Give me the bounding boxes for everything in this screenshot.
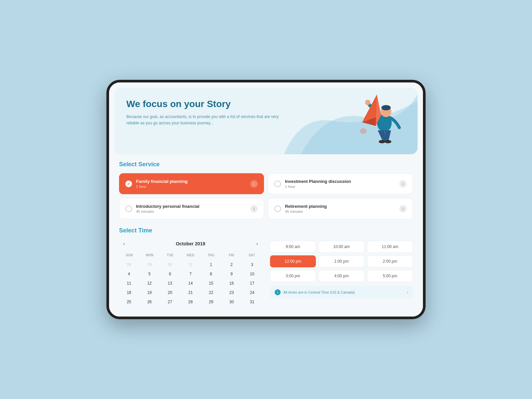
- service-duration: 1 hour: [136, 185, 246, 189]
- hero-subtitle: Because our goal, as accountants, is to …: [126, 114, 280, 126]
- calendar-nav: ‹ October 2019 ›: [119, 239, 262, 248]
- calendar-day[interactable]: 12: [140, 279, 160, 288]
- time-slots-section: 9:00 am10:00 am11:00 am12:00 pm1:00 pm2:…: [270, 239, 413, 306]
- calendar-day[interactable]: 1: [201, 260, 221, 269]
- time-slot[interactable]: 12:00 pm: [270, 255, 316, 267]
- calendar-day[interactable]: 24: [242, 288, 262, 297]
- calendar-day[interactable]: 11: [119, 279, 139, 288]
- info-icon[interactable]: i: [399, 180, 407, 188]
- service-name: Family financial planning: [136, 179, 246, 184]
- calendar-day[interactable]: 3: [242, 260, 262, 269]
- calendar-day[interactable]: 14: [181, 279, 200, 288]
- time-slot[interactable]: 5:00 pm: [367, 270, 413, 282]
- service-radio: [125, 181, 132, 187]
- next-month-button[interactable]: ›: [254, 239, 261, 248]
- service-radio: [274, 181, 281, 187]
- timezone-bar[interactable]: i All times are in Central Time (US & Ca…: [270, 286, 413, 299]
- calendar-day[interactable]: 29: [140, 260, 160, 269]
- calendar-day[interactable]: 13: [160, 279, 180, 288]
- timezone-info-icon: i: [275, 289, 281, 295]
- calendar-day[interactable]: 20: [160, 288, 180, 297]
- svg-point-4: [381, 105, 391, 110]
- time-slot[interactable]: 11:00 am: [367, 241, 413, 253]
- info-icon[interactable]: i: [399, 205, 407, 212]
- calendar-day[interactable]: 4: [119, 270, 139, 278]
- timezone-text: All times are in Central Time (US & Cana…: [283, 290, 355, 294]
- calendar-day[interactable]: 27: [160, 298, 180, 306]
- calendar-day[interactable]: 2: [222, 260, 242, 269]
- hero-section: We focus on your Story Because our goal,…: [114, 88, 418, 154]
- timezone-chevron: ›: [407, 290, 408, 294]
- calendar-day[interactable]: 31: [242, 298, 262, 306]
- time-slot[interactable]: 9:00 am: [270, 241, 316, 253]
- cal-day-header: FRI: [221, 252, 241, 258]
- calendar-day[interactable]: 28: [119, 260, 139, 269]
- calendar-month: October 2019: [176, 241, 205, 246]
- hero-title: We focus on your Story: [126, 98, 280, 110]
- service-radio: [274, 205, 281, 212]
- time-slot[interactable]: 1:00 pm: [319, 255, 364, 267]
- service-card[interactable]: Introductory personal financial 45 minut…: [119, 198, 264, 219]
- services-grid: Family financial planning 1 hour i Inves…: [119, 173, 413, 219]
- cal-day-header: SUN: [119, 252, 139, 258]
- time-slot[interactable]: 4:00 pm: [319, 270, 364, 282]
- service-name: Introductory personal financial: [136, 204, 246, 209]
- calendar-day[interactable]: 30: [160, 260, 180, 269]
- calendar-day[interactable]: 9: [222, 270, 242, 278]
- calendar-grid: SUNMONTUEWEDTHUFRISAT2829303112345678910…: [119, 252, 262, 306]
- service-duration: 45 minutes: [285, 209, 395, 213]
- time-slot[interactable]: 10:00 am: [319, 241, 364, 253]
- info-icon[interactable]: i: [250, 205, 258, 212]
- service-info: Investment Planning discussion 1 hour: [285, 179, 395, 189]
- svg-point-6: [385, 140, 391, 143]
- calendar-day[interactable]: 30: [222, 298, 242, 306]
- time-slot[interactable]: 2:00 pm: [367, 255, 413, 267]
- svg-point-7: [379, 140, 385, 143]
- hero-content: We focus on your Story Because our goal,…: [126, 98, 280, 126]
- select-service-title: Select Service: [119, 161, 413, 168]
- calendar-day[interactable]: 23: [222, 288, 242, 297]
- calendar-day[interactable]: 17: [242, 279, 262, 288]
- calendar-day[interactable]: 16: [222, 279, 242, 288]
- service-info: Retirement planning 45 minutes: [285, 204, 395, 213]
- calendar-day[interactable]: 26: [140, 298, 160, 306]
- service-name: Retirement planning: [285, 204, 395, 209]
- service-info: Introductory personal financial 45 minut…: [136, 204, 246, 213]
- service-duration: 45 minutes: [136, 209, 246, 213]
- cal-day-header: WED: [180, 252, 200, 258]
- service-card[interactable]: Retirement planning 45 minutes i: [268, 198, 413, 219]
- cal-day-header: MON: [139, 252, 160, 258]
- info-icon[interactable]: i: [250, 180, 258, 188]
- service-info: Family financial planning 1 hour: [136, 179, 246, 189]
- calendar: ‹ October 2019 › SUNMONTUEWEDTHUFRISAT28…: [119, 239, 262, 306]
- service-card[interactable]: Family financial planning 1 hour i: [119, 173, 264, 194]
- screen: We focus on your Story Because our goal,…: [109, 82, 423, 317]
- calendar-day[interactable]: 5: [140, 270, 160, 278]
- calendar-day[interactable]: 6: [160, 270, 180, 278]
- calendar-day[interactable]: 8: [201, 270, 221, 278]
- calendar-day[interactable]: 28: [181, 298, 200, 306]
- main-content: Select Service Family financial planning…: [109, 154, 423, 313]
- time-slot[interactable]: 3:00 pm: [270, 270, 316, 282]
- calendar-day[interactable]: 22: [201, 288, 221, 297]
- calendar-day[interactable]: 31: [181, 260, 200, 269]
- calendar-day[interactable]: 29: [201, 298, 221, 306]
- hero-illustration: [344, 91, 411, 144]
- prev-month-button[interactable]: ‹: [120, 239, 127, 248]
- calendar-day[interactable]: 25: [119, 298, 139, 306]
- timezone-left: i All times are in Central Time (US & Ca…: [275, 289, 355, 295]
- svg-point-5: [365, 100, 370, 105]
- calendar-day[interactable]: 18: [119, 288, 139, 297]
- calendar-day[interactable]: 7: [181, 270, 200, 278]
- cal-day-header: THU: [201, 252, 221, 258]
- device-frame: We focus on your Story Because our goal,…: [106, 80, 426, 319]
- cal-day-header: SAT: [242, 252, 262, 258]
- calendar-day[interactable]: 10: [242, 270, 262, 278]
- calendar-day[interactable]: 19: [140, 288, 160, 297]
- bottom-section: ‹ October 2019 › SUNMONTUEWEDTHUFRISAT28…: [119, 239, 413, 306]
- calendar-day[interactable]: 21: [181, 288, 200, 297]
- service-name: Investment Planning discussion: [285, 179, 395, 184]
- select-time-title: Select Time: [119, 227, 413, 234]
- service-card[interactable]: Investment Planning discussion 1 hour i: [268, 173, 413, 194]
- calendar-day[interactable]: 15: [201, 279, 221, 288]
